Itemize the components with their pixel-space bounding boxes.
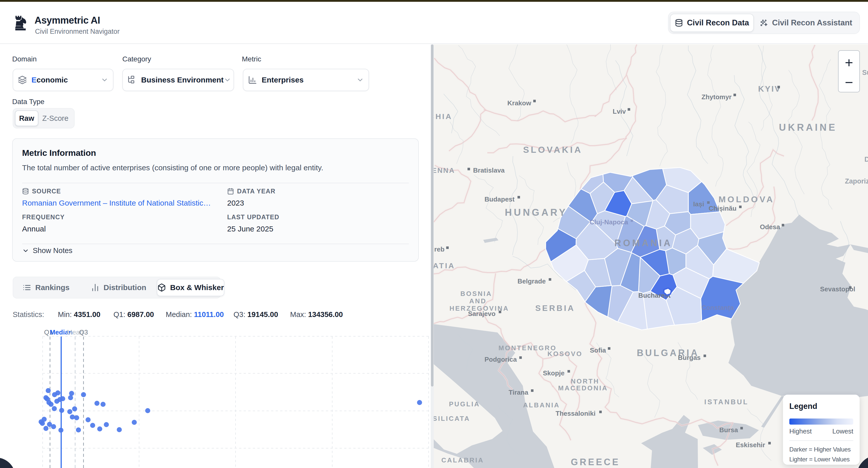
svg-text:AND: AND — [469, 297, 487, 305]
svg-text:Constanța: Constanța — [702, 304, 734, 311]
svg-text:Sofia: Sofia — [590, 346, 606, 354]
svg-text:Lviv: Lviv — [613, 107, 626, 115]
svg-text:Burgas: Burgas — [678, 354, 701, 362]
svg-text:reb: reb — [434, 245, 444, 253]
svg-text:Iași: Iași — [693, 200, 704, 208]
svg-text:SERBIA: SERBIA — [535, 304, 575, 313]
svg-text:Bratislava: Bratislava — [473, 166, 505, 174]
svg-text:BASILICATA: BASILICATA — [434, 415, 470, 422]
svg-text:Chișinău: Chișinău — [709, 205, 737, 212]
svg-text:Odesa: Odesa — [760, 223, 780, 231]
svg-text:CZECHIA: CZECHIA — [434, 112, 452, 121]
svg-text:Zaporizhzhia: Zaporizhzhia — [845, 178, 868, 185]
svg-text:Tirana: Tirana — [508, 388, 528, 396]
svg-text:KYIV: KYIV — [758, 84, 781, 93]
svg-text:Q3: Q3 — [79, 329, 88, 336]
svg-text:KOSOVO: KOSOVO — [548, 350, 583, 357]
svg-text:Cluj-Napoca: Cluj-Napoca — [590, 218, 628, 226]
svg-text:Zhytomyr: Zhytomyr — [702, 93, 732, 101]
svg-text:ALBANIA: ALBANIA — [523, 401, 560, 409]
svg-text:Skopje: Skopje — [543, 369, 564, 377]
svg-text:HUNGARY: HUNGARY — [505, 207, 567, 218]
svg-text:Sarajevo: Sarajevo — [468, 310, 495, 317]
svg-text:CROATIA: CROATIA — [434, 261, 455, 270]
svg-text:NORTH: NORTH — [571, 377, 599, 385]
svg-text:CALABRIA: CALABRIA — [441, 456, 484, 464]
svg-text:MOLDOVA: MOLDOVA — [718, 194, 774, 204]
svg-text:PUGLIA: PUGLIA — [449, 400, 480, 408]
svg-text:BOSNIA: BOSNIA — [460, 290, 492, 298]
svg-text:SLOVAKIA: SLOVAKIA — [523, 145, 583, 155]
svg-text:Budapest: Budapest — [485, 195, 515, 203]
svg-text:VIENNA: VIENNA — [434, 166, 455, 174]
svg-text:Krakow: Krakow — [507, 99, 531, 107]
svg-text:Sumy: Sumy — [862, 69, 868, 76]
svg-text:Thessaloniki: Thessaloniki — [556, 410, 596, 417]
svg-text:Belgrade: Belgrade — [518, 277, 546, 285]
svg-text:ISTANBUL: ISTANBUL — [704, 398, 749, 406]
svg-text:Dnipro: Dnipro — [864, 156, 868, 163]
svg-text:GREECE: GREECE — [571, 457, 620, 467]
svg-text:ROMANIA: ROMANIA — [615, 238, 672, 248]
svg-text:Bursa: Bursa — [719, 426, 738, 434]
svg-text:Eskisehir: Eskisehir — [736, 441, 765, 449]
svg-text:Podgorica: Podgorica — [485, 355, 517, 363]
svg-text:UKRAINE: UKRAINE — [779, 122, 837, 133]
svg-text:MACEDONIA: MACEDONIA — [558, 384, 608, 392]
